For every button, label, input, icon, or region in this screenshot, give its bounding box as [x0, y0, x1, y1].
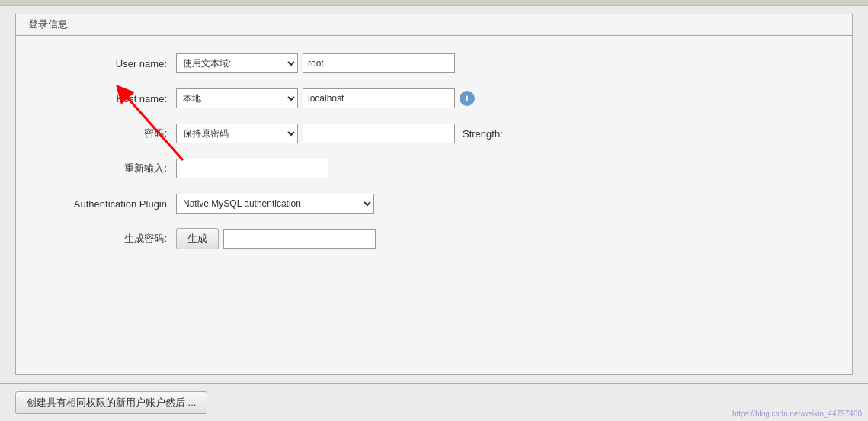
- hostname-label: Host name:: [39, 93, 176, 104]
- reenter-input[interactable]: [176, 159, 328, 178]
- hostname-controls: 本地 i: [176, 88, 829, 108]
- strength-label: Strength:: [463, 128, 503, 140]
- hostname-input[interactable]: [303, 88, 455, 108]
- password-label: 密码:: [39, 127, 176, 140]
- generate-label: 生成密码:: [39, 232, 176, 246]
- auth-plugin-label: Authentication Plugin: [39, 198, 176, 210]
- create-user-button[interactable]: 创建具有相同权限的新用户账户然后 ...: [15, 391, 207, 414]
- form-section: User name: 使用文本域: Host name: 本地 i: [15, 35, 853, 375]
- main-container: 登录信息 User name: 使用文本域: Host name: 本地: [0, 0, 868, 421]
- username-input[interactable]: [303, 53, 455, 73]
- reenter-label: 重新输入:: [39, 162, 176, 175]
- top-bar: [0, 0, 868, 6]
- info-icon[interactable]: i: [460, 91, 475, 106]
- auth-plugin-controls: Native MySQL authentication: [176, 194, 829, 214]
- username-label: User name:: [39, 58, 176, 69]
- password-input[interactable]: [303, 124, 455, 143]
- hostname-row: Host name: 本地 i: [39, 86, 829, 111]
- generate-row: 生成密码: 生成: [39, 227, 829, 251]
- password-row: 密码: 保持原密码 Strength:: [39, 121, 829, 146]
- reenter-controls: [176, 159, 829, 178]
- generate-button[interactable]: 生成: [176, 228, 219, 249]
- reenter-row: 重新输入:: [39, 156, 829, 181]
- auth-plugin-row: Authentication Plugin Native MySQL authe…: [39, 191, 829, 216]
- password-controls: 保持原密码 Strength:: [176, 124, 829, 143]
- username-controls: 使用文本域:: [176, 53, 829, 73]
- username-type-select[interactable]: 使用文本域:: [176, 53, 298, 73]
- generated-password-input[interactable]: [223, 229, 376, 249]
- generate-controls: 生成: [176, 228, 829, 249]
- section-tab[interactable]: 登录信息: [15, 14, 853, 35]
- hostname-type-select[interactable]: 本地: [176, 88, 298, 108]
- content-area: 登录信息 User name: 使用文本域: Host name: 本地: [0, 6, 868, 383]
- auth-plugin-select[interactable]: Native MySQL authentication: [176, 194, 374, 214]
- password-type-select[interactable]: 保持原密码: [176, 124, 298, 143]
- watermark: https://blog.csdn.net/weixin_44797480: [732, 410, 862, 418]
- username-row: User name: 使用文本域:: [39, 51, 829, 76]
